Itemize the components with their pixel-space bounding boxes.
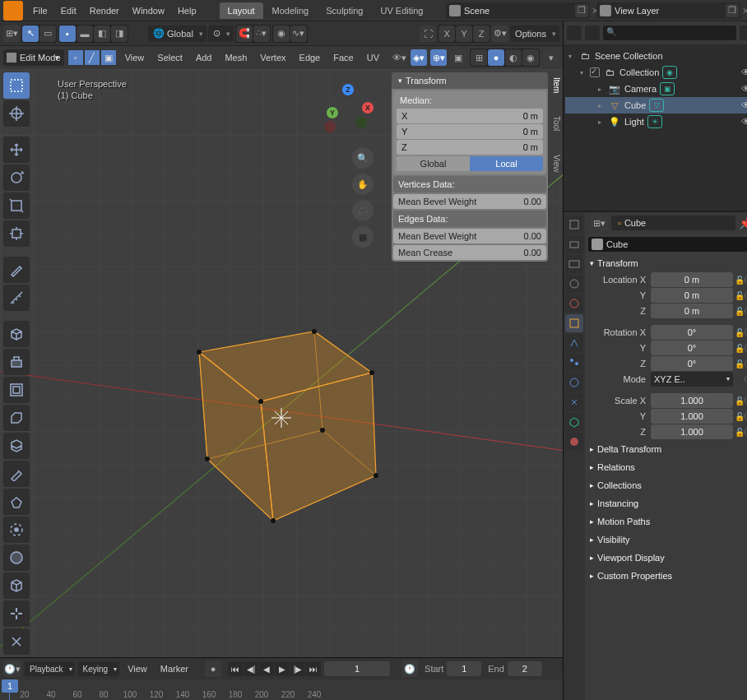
delete-viewlayer-button[interactable]: ✕	[742, 6, 747, 16]
new-scene-button[interactable]: ❒	[575, 4, 588, 17]
scale-y-field[interactable]: 1.000	[651, 409, 733, 424]
scale-z-field[interactable]: 1.000	[651, 424, 733, 439]
camera-view-button[interactable]: 🎥	[352, 200, 374, 221]
neg-x-handle[interactable]	[324, 121, 336, 132]
cursor-tool-icon[interactable]: ↖	[22, 25, 39, 42]
keying-menu[interactable]: Keying	[78, 661, 120, 676]
rotation-z-field[interactable]: 0°	[651, 356, 733, 371]
mean-bevel-weight-edge[interactable]: Mean Bevel Weight0.00	[393, 229, 546, 243]
tool-annotate[interactable]	[3, 257, 30, 283]
menu-window[interactable]: Window	[126, 2, 171, 19]
median-z-field[interactable]: Z0 m	[397, 140, 543, 155]
tool-spin[interactable]	[3, 517, 30, 543]
visibility-toggle[interactable]: 👁	[741, 116, 747, 127]
prop-tab-output[interactable]	[565, 235, 583, 253]
axis-x-toggle[interactable]: X	[438, 25, 455, 42]
light-data-icon[interactable]: ☀	[647, 115, 662, 128]
prop-edit-toggle[interactable]: ◉	[273, 25, 290, 42]
prop-tab-particles[interactable]	[565, 354, 583, 372]
properties-editor-dropdown[interactable]: ⊞▾	[590, 215, 608, 231]
scene-selector[interactable]: Scene ❒ ✕	[446, 2, 590, 19]
space-local-button[interactable]: Local	[470, 156, 543, 171]
transform-panel-header[interactable]: Transform	[392, 72, 548, 89]
playback-menu[interactable]: Playback	[25, 661, 75, 676]
axis-y-toggle[interactable]: Y	[456, 25, 472, 42]
tool-polybuild[interactable]	[3, 489, 30, 515]
rotation-mode-dropdown[interactable]: XYZ E..	[651, 372, 733, 387]
face-menu[interactable]: Face	[328, 53, 358, 63]
section-relations[interactable]: Relations	[588, 459, 747, 475]
tool-rotate[interactable]	[3, 165, 30, 191]
vertex-select-mode[interactable]: ▫	[67, 49, 84, 66]
section-delta-transform[interactable]: Delta Transform	[588, 441, 747, 457]
visibility-toggle[interactable]: 👁	[741, 83, 747, 95]
collection-color-tag[interactable]: ◉	[662, 66, 677, 79]
prop-tab-object[interactable]	[565, 314, 583, 332]
tool-cursor[interactable]	[3, 100, 30, 127]
outliner-item-light[interactable]: ▸💡 Light ☀ 👁	[565, 114, 747, 130]
mesh-auto-merge-icon[interactable]: ⛶	[420, 25, 436, 42]
z-axis-handle[interactable]: Z	[342, 84, 354, 95]
menu-file[interactable]: File	[26, 2, 54, 19]
tool-add-cube[interactable]	[3, 321, 30, 347]
viewlayer-selector[interactable]: View Layer ❒ ✕	[596, 2, 740, 19]
uv-menu[interactable]: UV	[362, 53, 384, 63]
transform-section-header[interactable]: Transform	[588, 255, 747, 271]
prop-tab-physics[interactable]	[565, 373, 583, 392]
space-global-button[interactable]: Global	[397, 156, 470, 171]
snap-vol-icon[interactable]: ◨	[111, 25, 128, 42]
neg-y-handle[interactable]	[355, 117, 367, 128]
tool-edge-slide[interactable]	[3, 573, 30, 599]
mesh-menu[interactable]: Mesh	[220, 53, 252, 63]
perspective-toggle[interactable]: ▦	[352, 226, 374, 248]
prop-tab-material[interactable]	[565, 433, 583, 451]
tool-measure[interactable]	[3, 285, 30, 311]
zoom-button[interactable]: 🔍	[352, 147, 374, 169]
edge-select-mode[interactable]: ╱	[84, 49, 100, 66]
timeline-strip[interactable]: 1 20406080100120140160180200220240	[0, 679, 563, 700]
rotation-x-field[interactable]: 0°	[651, 325, 733, 340]
current-frame-field[interactable]	[324, 661, 390, 676]
mesh-cube[interactable]	[174, 286, 388, 535]
timeline-view-menu[interactable]: View	[123, 664, 152, 674]
keyframe-prev-button[interactable]: ◀|	[244, 661, 258, 676]
outliner-item-cube[interactable]: ▸▽ Cube ▽ 👁	[565, 97, 747, 114]
pivot-dropdown[interactable]: ⊙	[208, 25, 234, 42]
view-menu[interactable]: View	[120, 53, 150, 63]
end-frame-field[interactable]	[508, 661, 542, 676]
tool-smooth[interactable]	[3, 545, 30, 571]
outliner-collection[interactable]: ▾ 🗀 Collection ◉ 👁	[565, 64, 747, 81]
tool-inset[interactable]	[3, 377, 30, 403]
playhead[interactable]: 1	[2, 679, 18, 693]
axis-z-toggle[interactable]: Z	[473, 25, 489, 42]
lock-icon[interactable]: 🔓	[735, 276, 743, 285]
tool-transform[interactable]	[3, 220, 30, 247]
viewport-settings-icon[interactable]: ⚙▾	[492, 25, 508, 42]
snap-edge-icon[interactable]: ▬	[77, 25, 93, 42]
n-tab-view[interactable]: View	[552, 155, 561, 173]
shading-material[interactable]: ◐	[505, 49, 522, 66]
tool-loopcut[interactable]	[3, 433, 30, 459]
editor-type-dropdown[interactable]: ⊞▾	[3, 25, 20, 42]
tool-scale[interactable]	[3, 192, 30, 219]
prop-edit-dropdown[interactable]: ∿▾	[290, 25, 307, 42]
play-button[interactable]: ▶	[275, 661, 290, 676]
navigation-gizmo[interactable]: Z Y X	[324, 84, 374, 133]
menu-render[interactable]: Render	[83, 2, 126, 19]
keyframe-next-button[interactable]: |▶	[290, 661, 305, 676]
face-select-mode[interactable]: ▣	[100, 49, 117, 66]
location-x-field[interactable]: 0 m	[651, 272, 733, 287]
tool-rip[interactable]	[3, 628, 30, 655]
section-collections[interactable]: Collections	[588, 477, 747, 494]
gizmo-toggle[interactable]: ◈▾	[411, 49, 427, 66]
snap-toggle[interactable]: 🧲	[236, 25, 253, 42]
prop-tab-constraints[interactable]	[565, 393, 583, 411]
prop-tab-modifiers[interactable]	[565, 334, 583, 352]
outliner-item-camera[interactable]: ▸📷 Camera ▣ 👁	[565, 81, 747, 97]
x-axis-handle[interactable]: X	[362, 102, 374, 114]
section-motion-paths[interactable]: Motion Paths	[588, 513, 747, 530]
datablock-breadcrumb[interactable]: ▫ Cube	[611, 216, 735, 230]
tool-knife[interactable]	[3, 461, 30, 487]
jump-start-button[interactable]: ⏮	[228, 661, 243, 676]
snap-settings-dropdown[interactable]: ∴▾	[253, 25, 270, 42]
